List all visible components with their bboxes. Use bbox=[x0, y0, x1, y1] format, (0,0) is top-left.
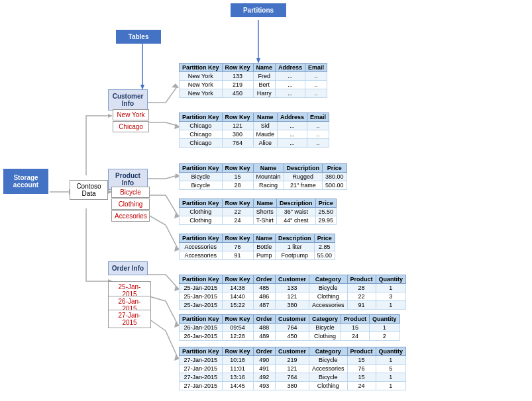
table-row: Bicycle15MountainRugged380.00 bbox=[180, 173, 347, 181]
col-rowkey: Row Key bbox=[222, 64, 253, 72]
customer-info-box: Customer Info bbox=[108, 89, 148, 111]
table-row: 26-Jan-201509:54488764Bicycle151 bbox=[180, 324, 400, 332]
table-product-bic: Partition Key Row Key Name Description P… bbox=[179, 163, 347, 190]
contoso-data-text: Contoso Data bbox=[76, 183, 101, 197]
svg-marker-5 bbox=[172, 83, 179, 88]
tables-label: Tables bbox=[116, 30, 161, 44]
table-row: 25-Jan-201514:40486121Clothing223 bbox=[180, 292, 406, 301]
contoso-data-box: Contoso Data bbox=[70, 180, 108, 200]
col-address: Address bbox=[276, 64, 305, 72]
table-customer-ch: Partition Key Row Key Name Address Email… bbox=[179, 112, 329, 148]
table-row: 27-Jan-201513:16492764Bicycle151 bbox=[180, 373, 406, 382]
table-row: New York133Fred..... bbox=[180, 72, 327, 81]
table-row: 25-Jan-201514:38485133Bicycle281 bbox=[180, 284, 406, 292]
table-order-27: Partition Key Row Key Order Customer Cat… bbox=[179, 347, 406, 390]
customer-info-text: Customer Info bbox=[113, 93, 144, 107]
svg-marker-1 bbox=[108, 114, 113, 118]
partition-chicago: Chicago bbox=[113, 121, 149, 132]
table-order-26: Partition Key Row Key Order Customer Cat… bbox=[179, 314, 400, 341]
tables-text: Tables bbox=[129, 33, 149, 40]
product-info-text: Product Info bbox=[115, 172, 140, 187]
table-row: Clothing22Shorts36" waist25.50 bbox=[180, 208, 337, 216]
table-row: Bicycle28Racing21" frame500.00 bbox=[180, 181, 347, 190]
partition-ny: New York bbox=[113, 109, 149, 120]
partition-clothing: Clothing bbox=[111, 199, 150, 210]
storage-account-text: Storage account bbox=[13, 174, 38, 189]
table-row: 27-Jan-201510:18490219Bicycle151 bbox=[180, 356, 406, 365]
order-info-text: Order Info bbox=[112, 265, 144, 272]
table-row: Chicago764Alice..... bbox=[180, 139, 329, 148]
table-row: 27-Jan-201511:01491121Accessories765 bbox=[180, 365, 406, 373]
diagram: Storage account Contoso Data Partitions … bbox=[0, 0, 532, 401]
table-row: 25-Jan-201515:22487380Accessories911 bbox=[180, 301, 406, 310]
partition-bicycle: Bicycle bbox=[111, 187, 150, 198]
partition-accessories: Accesories bbox=[111, 210, 150, 222]
table-row: New York450Harry..... bbox=[180, 89, 327, 98]
order-info-box: Order Info bbox=[108, 261, 148, 275]
partition-27jan: 27-Jan-2015 bbox=[108, 310, 151, 328]
table-product-acc: Partition Key Row Key Name Description P… bbox=[179, 234, 335, 260]
col-name: Name bbox=[253, 64, 276, 72]
table-order-25: Partition Key Row Key Order Customer Cat… bbox=[179, 275, 406, 310]
col-email: Email bbox=[305, 64, 327, 72]
table-row: New York219Bert..... bbox=[180, 81, 327, 89]
table-row: Chicago121Sid..... bbox=[180, 122, 329, 130]
table-row: Accessories76Bottle1 liter2.85 bbox=[180, 243, 335, 251]
table-row: Accessories91PumpFootpump55.00 bbox=[180, 251, 335, 260]
partitions-label: Partitions bbox=[231, 3, 286, 17]
table-row: Clothing24T-Shirt44" chest29.95 bbox=[180, 216, 337, 225]
table-product-clo: Partition Key Row Key Name Description P… bbox=[179, 199, 337, 225]
storage-account-label: Storage account bbox=[3, 169, 48, 194]
table-row: 27-Jan-201514:45493380Clothing241 bbox=[180, 382, 406, 390]
table-row: Chicago380Maude..... bbox=[180, 130, 329, 139]
partitions-text: Partitions bbox=[243, 7, 274, 14]
table-customer-ny: Partition Key Row Key Name Address Email… bbox=[179, 63, 327, 98]
table-row: 26-Jan-201512:28489450Clothing242 bbox=[180, 332, 400, 341]
col-partkey: Partition Key bbox=[180, 64, 223, 72]
